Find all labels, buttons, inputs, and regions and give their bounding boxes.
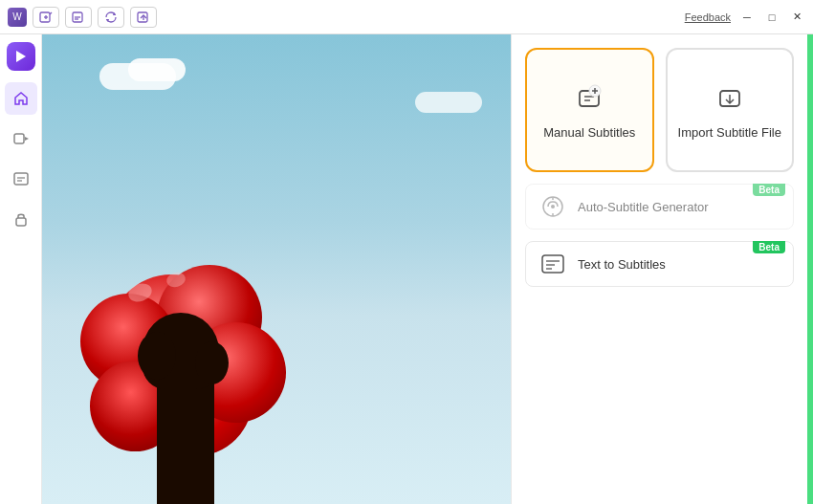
app-logo: W xyxy=(8,8,27,27)
feedback-link[interactable]: Feedback xyxy=(685,11,731,23)
svg-point-35 xyxy=(551,205,555,208)
text-to-subtitle-row[interactable]: Text to Subtitles Beta xyxy=(525,241,794,287)
new-subtitle-button[interactable] xyxy=(65,7,92,28)
minimize-button[interactable]: ─ xyxy=(738,9,756,26)
auto-subtitle-beta-badge: Beta xyxy=(753,184,785,196)
text-to-subtitle-label: Text to Subtitles xyxy=(578,257,666,272)
sidebar-item-lock[interactable] xyxy=(5,203,37,235)
video-area: 00:04/00:12 xyxy=(42,34,511,504)
svg-rect-14 xyxy=(16,218,26,226)
auto-subtitle-label: Auto-Subtitle Generator xyxy=(578,200,709,214)
close-button[interactable]: ✕ xyxy=(788,9,805,26)
refresh-button[interactable] xyxy=(98,7,124,28)
svg-rect-38 xyxy=(542,255,563,273)
import-subtitle-card[interactable]: Import Subtitle File xyxy=(666,48,795,172)
right-panel: Manual Subtitles Import Subtitle File xyxy=(511,34,807,504)
maximize-button[interactable]: □ xyxy=(763,9,780,26)
title-bar: W xyxy=(0,0,813,34)
svg-marker-8 xyxy=(16,51,26,62)
video-scene xyxy=(42,34,511,504)
svg-marker-10 xyxy=(25,137,29,141)
green-panel-peek xyxy=(807,34,813,504)
manual-subtitles-label: Manual Subtitles xyxy=(543,125,635,140)
title-bar-left: W xyxy=(8,7,157,28)
app-sidebar-logo xyxy=(7,42,35,71)
content-area: 00:04/00:12 xyxy=(42,34,813,504)
export-button[interactable] xyxy=(130,7,157,28)
subtitle-options-row: Manual Subtitles Import Subtitle File xyxy=(525,48,794,172)
sidebar xyxy=(0,34,42,504)
import-subtitle-icon xyxy=(713,81,747,116)
new-video-button[interactable] xyxy=(33,7,59,28)
video-panel-row: 00:04/00:12 xyxy=(42,34,813,504)
import-subtitle-label: Import Subtitle File xyxy=(678,125,781,140)
title-bar-right: Feedback ─ □ ✕ xyxy=(685,9,805,26)
sidebar-item-video[interactable] xyxy=(5,122,37,155)
svg-rect-11 xyxy=(14,173,28,185)
auto-subtitle-row[interactable]: Auto-Subtitle Generator Beta xyxy=(525,184,794,230)
text-to-subtitle-beta-badge: Beta xyxy=(753,241,785,253)
manual-subtitles-icon xyxy=(572,81,606,116)
sidebar-item-subtitle[interactable] xyxy=(5,163,37,195)
sidebar-item-home[interactable] xyxy=(5,82,37,115)
text-to-subtitle-icon xyxy=(538,249,568,279)
auto-subtitle-icon xyxy=(538,191,568,222)
manual-subtitles-card[interactable]: Manual Subtitles xyxy=(525,48,654,172)
svg-rect-9 xyxy=(14,134,24,143)
main-layout: 00:04/00:12 xyxy=(0,34,813,504)
